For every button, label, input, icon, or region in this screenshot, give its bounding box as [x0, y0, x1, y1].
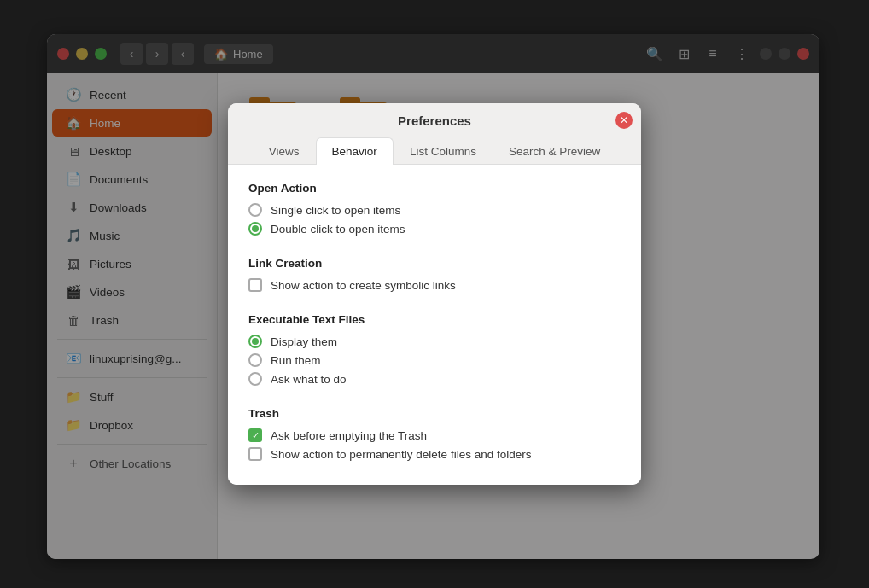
tab-views[interactable]: Views [253, 137, 316, 165]
dialog-close-icon: ✕ [620, 114, 628, 126]
section-title-open-action: Open Action [248, 182, 621, 195]
section-title-trash: Trash [248, 407, 621, 420]
dialog-close-button[interactable]: ✕ [615, 112, 633, 129]
radio-display-them-indicator [248, 335, 262, 348]
checkbox-show-delete-action-indicator [248, 447, 262, 461]
checkbox-show-symlink-indicator [248, 278, 262, 292]
checkbox-show-symlink-label: Show action to create symbolic links [271, 279, 456, 292]
radio-ask-what-to-do-indicator [248, 372, 262, 386]
radio-single-click-indicator [248, 203, 262, 217]
checkbox-show-delete-action[interactable]: Show action to permanently delete files … [248, 447, 621, 461]
link-creation-checkbox-group: Show action to create symbolic links [248, 278, 621, 292]
radio-ask-what-to-do-label: Ask what to do [271, 373, 347, 386]
modal-overlay: ✕ Preferences Views Behavior List Column… [0, 0, 869, 588]
checkbox-show-delete-action-label: Show action to permanently delete files … [271, 448, 531, 461]
checkbox-ask-before-emptying-label: Ask before emptying the Trash [271, 429, 427, 442]
radio-single-click[interactable]: Single click to open items [248, 203, 621, 217]
section-divider-3 [248, 393, 621, 393]
radio-ask-what-to-do[interactable]: Ask what to do [248, 372, 621, 386]
radio-single-click-label: Single click to open items [271, 204, 400, 217]
checkbox-ask-before-emptying-indicator [248, 428, 262, 442]
dialog-title: Preferences [398, 114, 471, 128]
section-divider-2 [248, 299, 621, 300]
radio-run-them-indicator [248, 353, 262, 367]
radio-display-them[interactable]: Display them [248, 335, 621, 348]
trash-checkbox-group: Ask before emptying the Trash Show actio… [248, 428, 621, 461]
preferences-dialog: ✕ Preferences Views Behavior List Column… [228, 103, 641, 485]
radio-double-click[interactable]: Double click to open items [248, 222, 621, 236]
radio-run-them-label: Run them [271, 354, 321, 367]
section-title-link-creation: Link Creation [248, 257, 621, 270]
radio-display-them-label: Display them [271, 335, 337, 348]
checkbox-show-symlink[interactable]: Show action to create symbolic links [248, 278, 621, 292]
open-action-radio-group: Single click to open items Double click … [248, 203, 621, 236]
section-divider-1 [248, 242, 621, 243]
section-title-executable: Executable Text Files [248, 313, 621, 326]
checkbox-ask-before-emptying[interactable]: Ask before emptying the Trash [248, 428, 621, 442]
executable-radio-group: Display them Run them Ask what to do [248, 335, 621, 386]
tab-behavior[interactable]: Behavior [316, 137, 394, 165]
dialog-body: Open Action Single click to open items D… [228, 165, 641, 485]
dialog-titlebar: ✕ Preferences Views Behavior List Column… [228, 103, 641, 165]
radio-double-click-label: Double click to open items [271, 223, 405, 236]
radio-run-them[interactable]: Run them [248, 353, 621, 367]
dialog-tabs: Views Behavior List Columns Search & Pre… [253, 137, 616, 164]
tab-search-preview[interactable]: Search & Preview [493, 137, 616, 165]
tab-list-columns[interactable]: List Columns [394, 137, 493, 165]
radio-double-click-indicator [248, 222, 262, 236]
